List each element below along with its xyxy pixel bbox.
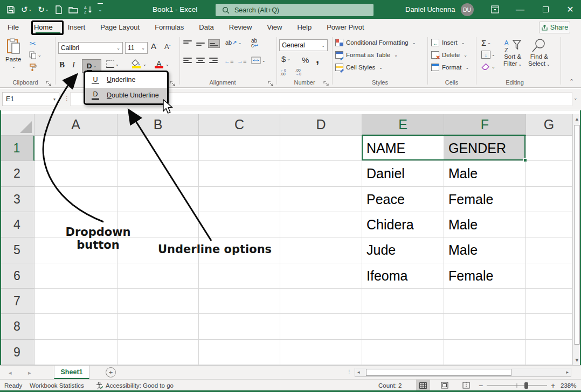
decrease-decimal-button[interactable]: .00→0 <box>295 68 301 76</box>
cell-F9[interactable] <box>444 340 526 365</box>
cell-C9[interactable] <box>199 340 280 365</box>
cell-A2[interactable] <box>34 161 117 187</box>
percent-style-button[interactable]: % <box>302 55 309 65</box>
accounting-dropdown-icon[interactable]: ⌄ <box>287 57 290 61</box>
borders-button[interactable]: ⌄ <box>106 60 119 68</box>
bottom-align-button[interactable] <box>208 39 220 48</box>
merge-center-button[interactable]: ⌄ <box>251 57 266 64</box>
merge-center-dropdown-icon[interactable]: ⌄ <box>262 58 266 63</box>
cell-F7[interactable] <box>444 289 526 314</box>
cell-E7[interactable] <box>362 289 444 314</box>
collapse-ribbon-icon[interactable]: ⌃ <box>569 78 574 85</box>
redo-dropdown-icon[interactable]: ⌄ <box>45 7 49 12</box>
zoom-level[interactable]: 238% <box>561 380 576 391</box>
borders-dropdown-icon[interactable]: ⌄ <box>115 62 119 67</box>
cell-G2[interactable] <box>526 161 572 187</box>
column-header-D[interactable]: D <box>280 114 362 136</box>
normal-view-button[interactable] <box>416 380 430 391</box>
sort-az-icon[interactable]: AZ <box>83 3 94 16</box>
scroll-right-icon[interactable]: ▸ <box>566 369 569 375</box>
new-file-icon[interactable] <box>54 3 64 16</box>
find-select-button[interactable]: Find &Select⌄ <box>528 38 550 68</box>
sort-filter-button[interactable]: AZ Sort &Filter⌄ <box>503 38 522 68</box>
vertical-scroll-thumb[interactable] <box>574 125 580 345</box>
insert-cells-button[interactable]: ← Insert⌄ <box>431 39 465 46</box>
save-icon[interactable] <box>5 3 16 16</box>
cell-D9[interactable] <box>280 340 362 365</box>
font-color-button[interactable]: A ⌄ <box>154 59 169 69</box>
tab-formulas[interactable]: Formulas <box>147 19 191 35</box>
close-button[interactable]: ✕ <box>559 0 581 19</box>
cell-G4[interactable] <box>526 212 572 237</box>
cell-G8[interactable] <box>526 314 572 340</box>
font-size-combobox[interactable]: 11⌄ <box>125 42 148 54</box>
cell-E8[interactable] <box>362 314 444 340</box>
page-break-view-button[interactable] <box>459 380 473 391</box>
cell-E3[interactable]: Peace <box>362 187 444 212</box>
cut-button[interactable]: ✂ <box>30 39 36 48</box>
paste-button[interactable]: Paste ⌄ <box>5 38 21 69</box>
clear-dropdown-icon[interactable]: ⌄ <box>492 65 495 69</box>
align-left-button[interactable] <box>183 58 192 63</box>
search-input[interactable]: Search (Alt+Q) <box>216 4 374 16</box>
cell-G3[interactable] <box>526 187 572 212</box>
zoom-in-button[interactable]: + <box>551 380 555 391</box>
number-format-combobox[interactable]: General⌄ <box>279 39 328 51</box>
scroll-left-icon[interactable]: ◂ <box>357 369 360 375</box>
cell-D5[interactable] <box>280 237 362 263</box>
cell-E1[interactable]: NAME <box>362 136 444 161</box>
share-button[interactable]: Share <box>539 22 570 33</box>
cell-D2[interactable] <box>280 161 362 187</box>
column-header-C[interactable]: C <box>199 114 280 136</box>
fill-color-dropdown-icon[interactable]: ⌄ <box>143 62 147 67</box>
cell-C7[interactable] <box>199 289 280 314</box>
row-header-1[interactable]: 1 <box>0 136 34 161</box>
undo-button[interactable]: ↺⌄ <box>20 3 33 16</box>
horizontal-scrollbar[interactable]: ◂ ▸ <box>355 368 571 377</box>
cell-F5[interactable]: Male <box>444 237 526 263</box>
copy-button[interactable]: ⌄ <box>29 51 42 59</box>
workbook-statistics-button[interactable]: Workbook Statistics <box>30 380 84 391</box>
menu-item-double-underline[interactable]: D Double Underline <box>85 88 167 103</box>
cell-A1[interactable] <box>34 136 117 161</box>
paste-dropdown-icon[interactable]: ⌄ <box>12 64 16 69</box>
fill-handle[interactable] <box>523 158 527 162</box>
cell-F8[interactable] <box>444 314 526 340</box>
row-header-9[interactable]: 9 <box>0 340 34 365</box>
autosum-button[interactable]: Σ⌄ <box>481 38 491 47</box>
ribbon-display-options-icon[interactable] <box>484 0 506 19</box>
conditional-formatting-button[interactable]: Conditional Formatting⌄ <box>335 39 416 46</box>
cell-F2[interactable]: Male <box>444 161 526 187</box>
cell-G7[interactable] <box>526 289 572 314</box>
cell-C8[interactable] <box>199 314 280 340</box>
minimize-button[interactable]: — <box>509 0 531 19</box>
accessibility-status[interactable]: Accessibility: Good to go <box>96 380 174 391</box>
align-right-button[interactable] <box>209 58 218 63</box>
sheet-tab-sheet1[interactable]: Sheet1 <box>54 366 89 379</box>
font-color-dropdown-icon[interactable]: ⌄ <box>165 62 169 67</box>
open-folder-icon[interactable] <box>67 3 79 16</box>
avatar[interactable]: DU <box>461 3 474 16</box>
cell-styles-button[interactable]: Cell Styles⌄ <box>335 64 383 71</box>
cell-B6[interactable] <box>117 263 199 289</box>
name-box[interactable]: E1 ▾ <box>2 92 59 106</box>
decrease-font-size-button[interactable]: Aˇ <box>164 43 170 51</box>
cell-A8[interactable] <box>34 314 117 340</box>
row-header-2[interactable]: 2 <box>0 161 34 187</box>
tab-view[interactable]: View <box>259 19 289 35</box>
cell-E6[interactable]: Ifeoma <box>362 263 444 289</box>
comma-style-button[interactable]: , <box>316 52 319 66</box>
prev-sheet-icon[interactable]: ◂ <box>9 366 12 380</box>
orientation-dropdown-icon[interactable]: ⌄ <box>238 40 241 45</box>
cell-E5[interactable]: Jude <box>362 237 444 263</box>
cell-B9[interactable] <box>117 340 199 365</box>
number-dialog-launcher-icon[interactable] <box>323 79 330 86</box>
cell-A9[interactable] <box>34 340 117 365</box>
wrap-text-button[interactable]: abc↩ <box>251 38 258 48</box>
tab-review[interactable]: Review <box>222 19 260 35</box>
cell-C6[interactable] <box>199 263 280 289</box>
cell-F3[interactable]: Female <box>444 187 526 212</box>
cell-B2[interactable] <box>117 161 199 187</box>
decrease-indent-button[interactable]: ←≡ <box>224 58 233 64</box>
tab-data[interactable]: Data <box>191 19 221 35</box>
